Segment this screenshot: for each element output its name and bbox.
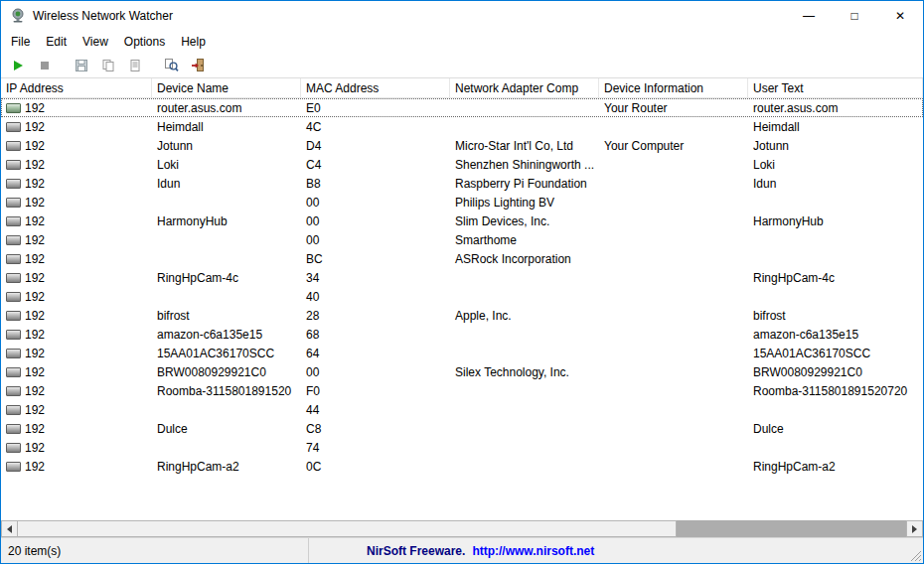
menu-file[interactable]: File [3, 32, 38, 52]
table-row[interactable]: 192 Loki C4 Shenzhen Shiningworth ... Lo… [1, 155, 923, 174]
device-icon [6, 424, 21, 434]
mac-address: C4 [301, 155, 450, 174]
ip-address: 192 [25, 403, 45, 417]
network-adapter-company [450, 117, 599, 136]
device-information [599, 193, 748, 212]
device-icon [6, 311, 21, 321]
user-text [748, 287, 923, 306]
minimize-button[interactable]: — [786, 1, 832, 31]
network-adapter-company: Raspberry Pi Foundation [450, 174, 599, 193]
menu-help[interactable]: Help [173, 32, 214, 52]
device-name: RingHpCam-a2 [152, 457, 301, 476]
save-button[interactable] [70, 55, 92, 76]
ip-address: 192 [25, 290, 45, 304]
scrollbar-thumb[interactable] [18, 520, 677, 537]
network-adapter-company: Apple, Inc. [450, 306, 599, 325]
table-row[interactable]: 192 bifrost 28 Apple, Inc. bifrost [1, 306, 923, 325]
table-row[interactable]: 192 Idun B8 Raspberry Pi Foundation Idun [1, 174, 923, 193]
column-header-ip[interactable]: IP Address [1, 78, 152, 97]
device-icon [6, 330, 21, 340]
table-row[interactable]: 192 00 Philips Lighting BV [1, 193, 923, 212]
table-row[interactable]: 192 HarmonyHub 00 Slim Devices, Inc. Har… [1, 212, 923, 230]
mac-address: 44 [301, 400, 450, 419]
scroll-right-button[interactable] [906, 520, 923, 537]
user-text: Heimdall [748, 117, 923, 136]
column-header-device-name[interactable]: Device Name [152, 78, 301, 97]
table-row[interactable]: 192 Roomba-3115801891520 F0 Roomba-31158… [1, 381, 923, 400]
device-information [599, 325, 748, 344]
column-header-user-text[interactable]: User Text [748, 78, 923, 97]
table-row[interactable]: 192 router.asus.com E0 Your Router route… [1, 98, 923, 117]
device-name: Jotunn [152, 136, 301, 155]
mac-address: 68 [301, 325, 450, 344]
table-row[interactable]: 192 00 Smarthome [1, 230, 923, 249]
user-text: RingHpCam-a2 [748, 457, 923, 476]
table-row[interactable]: 192 RingHpCam-a2 0C RingHpCam-a2 [1, 457, 923, 476]
device-icon [6, 122, 21, 132]
user-text: Loki [748, 155, 923, 174]
device-information [599, 287, 748, 306]
ip-address: 192 [25, 101, 45, 115]
user-text [748, 400, 923, 419]
table-row[interactable]: 192 BC ASRock Incorporation [1, 249, 923, 268]
mac-address: 0C [301, 457, 450, 476]
table-row[interactable]: 192 BRW0080929921C0 00 Silex Technology,… [1, 362, 923, 381]
mac-address: 28 [301, 306, 450, 325]
table-row[interactable]: 192 44 [1, 400, 923, 419]
user-text [748, 249, 923, 268]
table-row[interactable]: 192 amazon-c6a135e15 68 amazon-c6a135e15 [1, 325, 923, 344]
find-button[interactable] [160, 55, 183, 76]
column-header-adapter[interactable]: Network Adapter Comp [450, 78, 599, 97]
ip-address: 192 [25, 422, 45, 436]
close-button[interactable]: ✕ [877, 1, 923, 31]
resize-grip[interactable] [908, 548, 922, 562]
device-name: Heimdall [152, 117, 301, 136]
user-text: router.asus.com [748, 98, 923, 117]
scroll-left-button[interactable] [1, 520, 18, 537]
column-header-device-info[interactable]: Device Information [599, 78, 748, 97]
ip-address: 192 [25, 196, 45, 210]
table-row[interactable]: 192 15AA01AC36170SCC 64 15AA01AC36170SCC [1, 344, 923, 362]
network-adapter-company [450, 457, 599, 476]
scrollbar-track[interactable] [677, 520, 906, 537]
nirsoft-link[interactable]: http://www.nirsoft.net [472, 544, 594, 558]
table-row[interactable]: 192 RingHpCam-4c 34 RingHpCam-4c [1, 268, 923, 287]
device-icon [6, 235, 21, 245]
device-information [599, 457, 748, 476]
mac-address: 00 [301, 362, 450, 381]
table-row[interactable]: 192 74 [1, 438, 923, 457]
menu-edit[interactable]: Edit [38, 32, 75, 52]
table-row[interactable]: 192 Dulce C8 Dulce [1, 419, 923, 438]
start-scan-icon [11, 59, 25, 72]
copy-button[interactable] [96, 55, 119, 76]
mac-address: 00 [301, 193, 450, 212]
mac-address: BC [301, 249, 450, 268]
menu-options[interactable]: Options [116, 32, 173, 52]
mac-address: D4 [301, 136, 450, 155]
mac-address: B8 [301, 174, 450, 193]
properties-button[interactable] [123, 55, 146, 76]
stop-scan-button[interactable] [33, 55, 56, 76]
table-row[interactable]: 192 Jotunn D4 Micro-Star Int'l Co, Ltd Y… [1, 136, 923, 155]
exit-button[interactable] [187, 55, 210, 76]
device-icon [6, 103, 21, 113]
device-name: Loki [152, 155, 301, 174]
network-adapter-company: ASRock Incorporation [450, 249, 599, 268]
table-row[interactable]: 192 40 [1, 287, 923, 306]
user-text: Idun [748, 174, 923, 193]
network-adapter-company [450, 287, 599, 306]
freeware-label: NirSoft Freeware. [367, 544, 465, 558]
table-row[interactable]: 192 Heimdall 4C Heimdall [1, 117, 923, 136]
mac-address: 4C [301, 117, 450, 136]
device-information [599, 419, 748, 438]
mac-address: 34 [301, 268, 450, 287]
table-body: 192 router.asus.com E0 Your Router route… [1, 98, 923, 520]
network-adapter-company [450, 419, 599, 438]
device-information [599, 400, 748, 419]
column-header-mac[interactable]: MAC Address [301, 78, 450, 97]
menu-view[interactable]: View [75, 32, 116, 52]
horizontal-scrollbar[interactable] [1, 520, 923, 537]
maximize-button[interactable]: □ [832, 1, 877, 31]
ip-address: 192 [25, 460, 45, 474]
start-scan-button[interactable] [6, 55, 29, 76]
